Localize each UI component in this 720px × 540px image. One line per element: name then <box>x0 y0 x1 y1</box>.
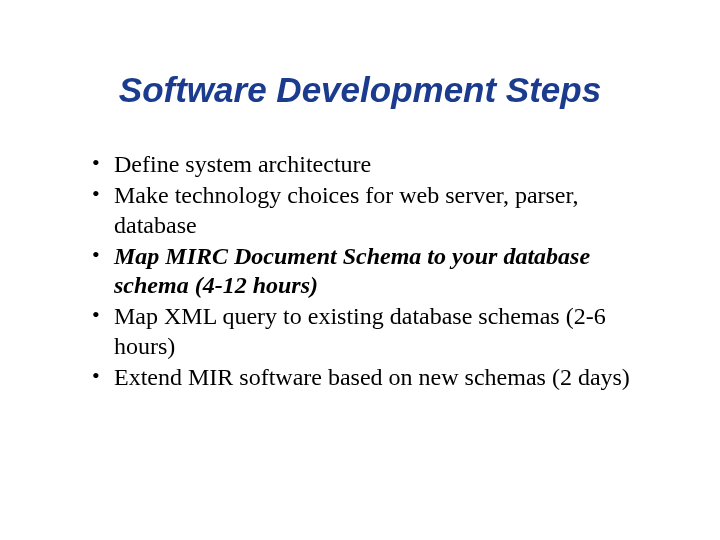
bullet-text: Make technology choices for web server, … <box>114 182 579 237</box>
slide-title: Software Development Steps <box>60 70 660 110</box>
list-item: Map XML query to existing database schem… <box>92 302 650 361</box>
slide: Software Development Steps Define system… <box>0 0 720 540</box>
bullet-list: Define system architecture Make technolo… <box>60 150 660 392</box>
list-item: Extend MIR software based on new schemas… <box>92 363 650 392</box>
list-item: Define system architecture <box>92 150 650 179</box>
list-item: Map MIRC Document Schema to your databas… <box>92 242 650 301</box>
bullet-text: Extend MIR software based on new schemas… <box>114 364 630 390</box>
bullet-text: Map XML query to existing database schem… <box>114 303 606 358</box>
list-item: Make technology choices for web server, … <box>92 181 650 240</box>
bullet-text: Map MIRC Document Schema to your databas… <box>114 243 590 298</box>
bullet-text: Define system architecture <box>114 151 371 177</box>
